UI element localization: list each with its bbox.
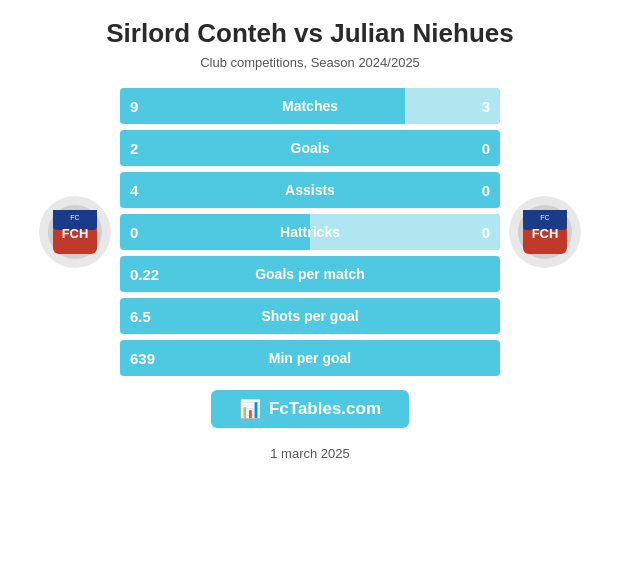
stat-val-goals-left: 2 — [130, 140, 138, 157]
stat-bar-goals-per-match: 0.22 Goals per match — [120, 256, 500, 292]
stat-label-assists: Assists — [285, 182, 335, 198]
watermark-icon: 📊 — [239, 398, 261, 420]
logo-left: FCH FC — [30, 196, 120, 268]
stat-bar-min-per-goal: 639 Min per goal — [120, 340, 500, 376]
watermark-box: 📊 FcTables.com — [211, 390, 409, 428]
svg-text:FC: FC — [540, 214, 549, 221]
team-badge-right: FCH FC — [509, 196, 581, 268]
stat-row-min-per-goal: 639 Min per goal — [120, 340, 500, 376]
footer-date: 1 march 2025 — [270, 446, 350, 461]
stat-row-hattricks: 0 Hattricks 0 — [120, 214, 500, 250]
stats-area: 9 Matches 3 2 Goals 0 4 Assists — [120, 88, 500, 376]
stat-val-goals-right: 0 — [482, 140, 490, 157]
stat-label-min-per-goal: Min per goal — [269, 350, 351, 366]
stat-label-goals: Goals — [291, 140, 330, 156]
svg-text:FC: FC — [70, 214, 79, 221]
stat-val-shots-per-goal: 6.5 — [130, 308, 151, 325]
main-area: FCH FC 9 Matches 3 2 Goals — [10, 88, 610, 376]
stat-label-goals-per-match: Goals per match — [255, 266, 365, 282]
stat-bar-shots-per-goal: 6.5 Shots per goal — [120, 298, 500, 334]
stat-bar-goals: 2 Goals 0 — [120, 130, 500, 166]
stat-val-hattricks-left: 0 — [130, 224, 138, 241]
stat-row-matches: 9 Matches 3 — [120, 88, 500, 124]
page-subtitle: Club competitions, Season 2024/2025 — [200, 55, 420, 70]
stat-bar-matches: 9 Matches 3 — [120, 88, 500, 124]
stat-label-matches: Matches — [282, 98, 338, 114]
watermark-text: FcTables.com — [269, 399, 381, 419]
stat-row-goals-per-match: 0.22 Goals per match — [120, 256, 500, 292]
stat-row-assists: 4 Assists 0 — [120, 172, 500, 208]
stat-label-hattricks: Hattricks — [280, 224, 340, 240]
svg-text:FCH: FCH — [532, 226, 559, 241]
stat-bar-assists: 4 Assists 0 — [120, 172, 500, 208]
stat-val-matches-left: 9 — [130, 98, 138, 115]
stat-bar-hattricks: 0 Hattricks 0 — [120, 214, 500, 250]
watermark-area: 📊 FcTables.com — [211, 390, 409, 428]
stat-val-goals-per-match: 0.22 — [130, 266, 159, 283]
stat-val-assists-left: 4 — [130, 182, 138, 199]
stat-val-assists-right: 0 — [482, 182, 490, 199]
stat-row-goals: 2 Goals 0 — [120, 130, 500, 166]
svg-text:FCH: FCH — [62, 226, 89, 241]
stat-label-shots-per-goal: Shots per goal — [261, 308, 358, 324]
stat-row-shots-per-goal: 6.5 Shots per goal — [120, 298, 500, 334]
stat-val-min-per-goal: 639 — [130, 350, 155, 367]
page-container: Sirlord Conteh vs Julian Niehues Club co… — [0, 0, 620, 580]
stat-val-matches-right: 3 — [482, 98, 490, 115]
team-badge-left: FCH FC — [39, 196, 111, 268]
stat-val-hattricks-right: 0 — [482, 224, 490, 241]
page-title: Sirlord Conteh vs Julian Niehues — [106, 18, 513, 49]
logo-right: FCH FC — [500, 196, 590, 268]
